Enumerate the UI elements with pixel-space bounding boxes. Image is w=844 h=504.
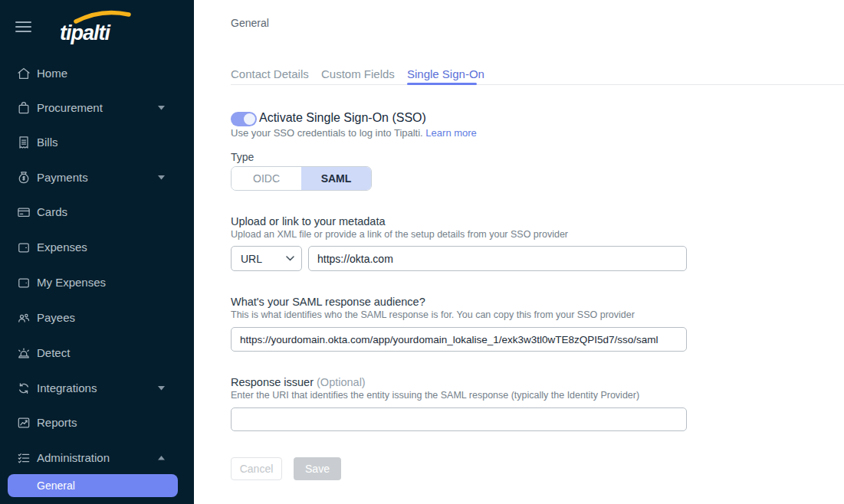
sidebar-item-payees[interactable]: Payees (0, 306, 194, 329)
issuer-heading-text: Response issuer (231, 376, 314, 388)
sidebar-item-label: My Expenses (37, 276, 106, 289)
home-icon (16, 66, 31, 81)
type-label: Type (231, 151, 254, 163)
tab-contact-details[interactable]: Contact Details (231, 67, 309, 80)
sidebar-item-label: Payments (37, 171, 88, 184)
sidebar-subitem-general[interactable]: General (8, 474, 178, 497)
sso-toggle[interactable] (231, 112, 257, 126)
metadata-heading: Upload or link to your metadata (231, 215, 386, 227)
tab-single-sign-on[interactable]: Single Sign-On (407, 67, 484, 80)
sidebar-item-administration[interactable]: Administration (0, 447, 194, 470)
sidebar-item-payments[interactable]: Payments (0, 166, 194, 189)
administration-icon (16, 450, 31, 466)
procurement-icon (16, 100, 31, 116)
my-expenses-icon (16, 275, 31, 290)
sidebar-item-label: Detect (37, 346, 70, 359)
tab-divider (231, 84, 844, 85)
payees-icon (16, 310, 31, 326)
sidebar-item-label: Bills (37, 136, 58, 149)
sidebar-item-label: Procurement (37, 101, 103, 114)
issuer-input[interactable] (231, 407, 687, 431)
sidebar-item-cards[interactable]: Cards (0, 201, 194, 224)
logo-text: tipalti (60, 21, 110, 45)
learn-more-link[interactable]: Learn more (425, 127, 476, 139)
sso-description: Use your SSO credentials to log into Tip… (231, 127, 477, 139)
expenses-icon (16, 240, 31, 255)
type-option-saml[interactable]: SAML (301, 167, 371, 190)
sidebar-item-detect[interactable]: Detect (0, 342, 194, 365)
app-window: tipalti Home Procurement Bills Payments … (0, 0, 844, 504)
chevron-down-icon (158, 175, 165, 180)
type-option-oidc[interactable]: OIDC (232, 167, 301, 190)
sidebar-item-label: Cards (37, 205, 67, 218)
sso-toggle-label: Activate Single Sign-On (SSO) (259, 111, 426, 125)
metadata-source-select[interactable]: URL (231, 246, 302, 271)
sidebar-item-label: Payees (37, 311, 75, 324)
sso-type-segmented-control: OIDC SAML (231, 166, 372, 191)
sidebar-item-label: Expenses (37, 241, 87, 254)
payments-icon (16, 170, 31, 185)
audience-input[interactable] (231, 327, 687, 352)
sidebar-item-label: Integrations (37, 381, 97, 394)
integrations-icon (16, 381, 31, 396)
sidebar-item-label: Administration (37, 451, 110, 464)
chevron-down-icon (158, 106, 165, 110)
tipalti-logo: tipalti (60, 6, 136, 46)
detect-icon (16, 345, 31, 361)
audience-heading: What's your SAML response audience? (231, 296, 425, 308)
issuer-optional-label: (Optional) (317, 376, 366, 388)
metadata-description: Upload an XML file or provide a link of … (231, 229, 568, 240)
hamburger-menu-icon[interactable] (15, 21, 31, 34)
save-button[interactable]: Save (294, 457, 341, 480)
sidebar: tipalti Home Procurement Bills Payments … (0, 0, 194, 504)
metadata-source-value: URL (241, 253, 262, 265)
page-title: General (231, 17, 269, 29)
sso-description-text: Use your SSO credentials to log into Tip… (231, 127, 423, 139)
sidebar-item-reports[interactable]: Reports (0, 411, 194, 434)
metadata-url-input[interactable] (308, 246, 687, 271)
sidebar-subitem-label: General (37, 479, 75, 492)
audience-description: This is what identifies who the SAML res… (231, 309, 635, 320)
sidebar-item-procurement[interactable]: Procurement (0, 97, 194, 119)
cards-icon (16, 205, 31, 220)
tab-custom-fields[interactable]: Custom Fields (321, 67, 395, 80)
sidebar-item-bills[interactable]: Bills (0, 131, 194, 154)
cancel-button[interactable]: Cancel (231, 457, 282, 480)
chevron-down-icon (286, 256, 294, 261)
bills-icon (16, 135, 31, 150)
issuer-description: Enter the URI that identifies the entity… (231, 390, 639, 401)
sidebar-item-label: Reports (37, 416, 77, 429)
toggle-knob (244, 113, 255, 125)
issuer-heading: Response issuer (Optional) (231, 376, 366, 388)
chevron-down-icon (158, 386, 165, 391)
active-tab-underline (407, 83, 477, 85)
sidebar-item-expenses[interactable]: Expenses (0, 236, 194, 259)
sidebar-item-integrations[interactable]: Integrations (0, 377, 194, 400)
sidebar-item-my-expenses[interactable]: My Expenses (0, 271, 194, 294)
sidebar-item-home[interactable]: Home (0, 62, 194, 85)
reports-icon (16, 415, 31, 430)
chevron-up-icon (158, 456, 165, 460)
sidebar-item-label: Home (37, 67, 67, 80)
